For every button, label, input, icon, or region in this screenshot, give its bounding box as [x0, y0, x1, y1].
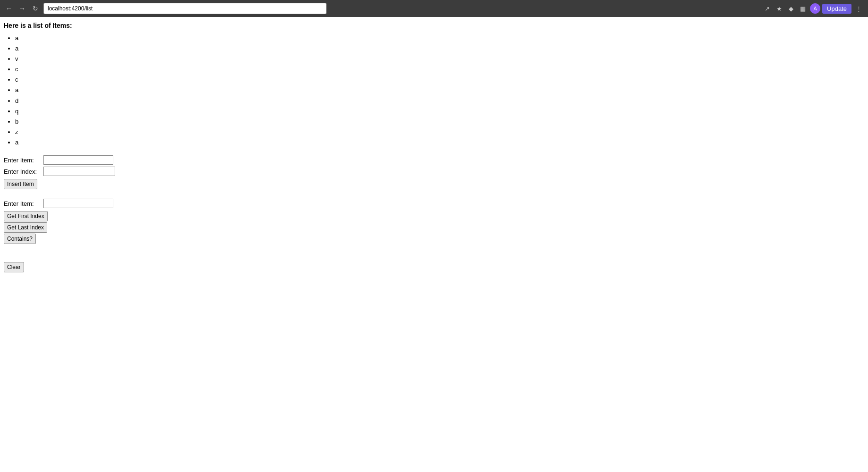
menu-button[interactable]: ⋮: [853, 4, 864, 14]
extensions-button[interactable]: ◆: [786, 4, 796, 14]
search-item-section: Enter Item: Get First Index Get Last Ind…: [4, 199, 864, 244]
avatar[interactable]: A: [810, 3, 820, 14]
list-item: q: [15, 106, 864, 117]
insert-item-label: Enter Item:: [4, 157, 42, 164]
forward-button[interactable]: →: [17, 3, 27, 14]
get-first-index-button[interactable]: Get First Index: [4, 211, 48, 221]
get-last-index-button[interactable]: Get Last Index: [4, 222, 47, 233]
list-item: c: [15, 64, 864, 75]
items-list: aavccadqbza: [15, 33, 864, 148]
profile-button[interactable]: ▦: [798, 4, 808, 14]
insert-item-input[interactable]: [43, 155, 113, 165]
contains-button[interactable]: Contains?: [4, 234, 36, 244]
search-item-input[interactable]: [43, 199, 113, 208]
list-item: v: [15, 54, 864, 64]
clear-button[interactable]: Clear: [4, 262, 24, 272]
list-item: a: [15, 33, 864, 43]
page-content: Here is a list of Items: aavccadqbza Ent…: [0, 17, 868, 472]
separator: [4, 194, 864, 199]
search-item-label: Enter Item:: [4, 200, 42, 207]
reload-button[interactable]: ↻: [30, 3, 41, 14]
page-title: Here is a list of Items:: [4, 22, 864, 29]
list-item: a: [15, 43, 864, 54]
insert-index-input[interactable]: [43, 167, 115, 176]
list-item: z: [15, 127, 864, 137]
list-item: c: [15, 75, 864, 85]
share-button[interactable]: ↗: [762, 4, 772, 14]
browser-chrome: ← → ↻ localhost:4200/list ↗ ★ ◆ ▦ A Upda…: [0, 0, 868, 17]
list-item: d: [15, 96, 864, 106]
insert-index-row: Enter Index:: [4, 167, 864, 176]
insert-item-row: Enter Item:: [4, 155, 864, 165]
bookmark-button[interactable]: ★: [774, 4, 784, 14]
list-item: a: [15, 85, 864, 95]
search-buttons: Get First Index Get Last Index Contains?: [4, 210, 864, 244]
search-item-row: Enter Item:: [4, 199, 864, 208]
browser-actions: ↗ ★ ◆ ▦ A Update ⋮: [762, 3, 864, 14]
insert-item-section: Enter Item: Enter Index: Insert Item: [4, 155, 864, 189]
clear-section: Clear: [4, 261, 864, 272]
url-text: localhost:4200/list: [48, 5, 93, 12]
insert-index-label: Enter Index:: [4, 168, 42, 175]
insert-item-button[interactable]: Insert Item: [4, 179, 37, 189]
address-bar[interactable]: localhost:4200/list: [43, 3, 327, 14]
back-button[interactable]: ←: [4, 3, 14, 14]
list-item: a: [15, 137, 864, 148]
list-item: b: [15, 117, 864, 127]
update-button[interactable]: Update: [822, 4, 851, 14]
